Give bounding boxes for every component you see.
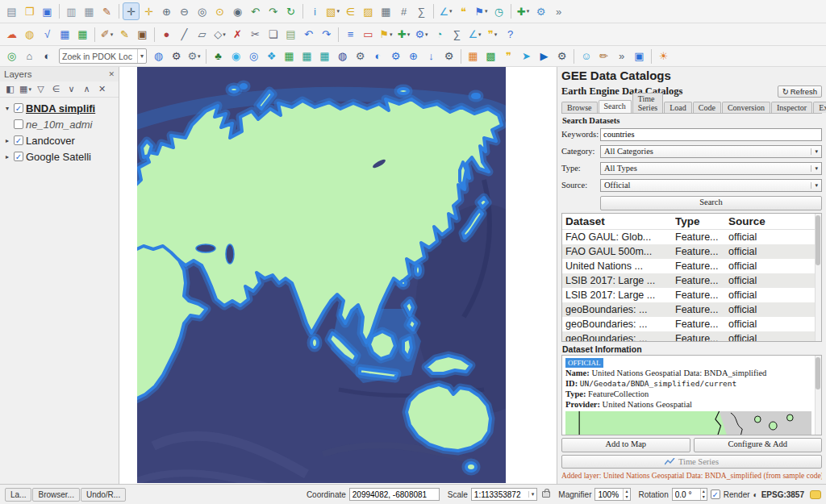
filter-expression-icon[interactable]: ∈ — [49, 82, 63, 96]
gear-steel-icon[interactable]: ⚙ — [553, 48, 570, 65]
world-map[interactable] — [137, 67, 506, 483]
chevron-down-icon[interactable]: ▾ — [137, 49, 146, 63]
tab-code[interactable]: Code — [693, 102, 721, 113]
calendar-icon[interactable]: ▦ — [316, 48, 333, 65]
tab-time-series[interactable]: Time Series — [632, 93, 663, 113]
add-polygon-icon[interactable]: ▱ — [194, 26, 211, 44]
column-header-dataset[interactable]: Dataset — [562, 215, 675, 227]
table-row[interactable]: geoBoundaries: ...Feature...official — [562, 302, 821, 317]
spinner-arrows-icon[interactable]: ▴▾ — [700, 489, 707, 500]
category-select[interactable]: All Categories ▾ — [600, 145, 822, 158]
open-project-icon[interactable]: ❐ — [21, 2, 38, 20]
messages-icon[interactable] — [810, 490, 821, 499]
current-edits-icon[interactable]: ✐▾ — [98, 26, 115, 44]
measure-icon[interactable]: ∠▾ — [437, 2, 454, 20]
keywords-input[interactable] — [600, 128, 822, 141]
magnifier-input[interactable] — [595, 490, 623, 499]
teal-grid-icon[interactable]: ▦ — [298, 48, 315, 65]
refresh-button[interactable]: ↻ Refresh — [778, 85, 822, 98]
scale-lock-icon[interactable] — [542, 491, 550, 498]
rotation-spinner[interactable]: ▴▾ — [672, 488, 707, 501]
zoom-to-layer-icon[interactable]: ◉ — [229, 2, 246, 20]
style-manager-icon[interactable]: ✎ — [98, 2, 115, 20]
zoom-last-icon[interactable]: ↶ — [247, 2, 264, 20]
pan-map-icon[interactable]: ✛ — [123, 2, 140, 20]
map-tips-icon[interactable]: ❝ — [455, 2, 472, 20]
new-print-layout-icon[interactable]: ▥ — [63, 2, 80, 20]
gee-datasets-icon[interactable]: ☁ — [3, 26, 20, 44]
type-select[interactable]: All Types ▾ — [600, 162, 822, 175]
processing-toolbox-icon[interactable]: ⚙ — [532, 2, 549, 20]
plugin-red-icon[interactable]: ▭ — [360, 26, 377, 44]
annotation-icon[interactable]: ❞▾ — [484, 26, 501, 44]
smile-icon[interactable]: ☺ — [578, 48, 594, 65]
expand-arrow-icon[interactable]: ▸ — [3, 153, 11, 160]
add-to-map-button[interactable]: Add to Map — [561, 438, 690, 452]
save-edits-icon[interactable]: ▣ — [134, 26, 151, 44]
sum-icon[interactable]: ∑ — [448, 26, 465, 44]
chat-icon[interactable]: ❞ — [500, 48, 517, 65]
gear-gray-icon[interactable]: ⚙ — [352, 48, 369, 65]
paste-features-icon[interactable]: ▤ — [282, 26, 299, 44]
tab-inspector[interactable]: Inspector — [771, 102, 812, 113]
temporal-controller-icon[interactable]: ◷ — [490, 2, 507, 20]
layer-visibility-checkbox[interactable]: ✓ — [14, 103, 23, 113]
globe-dark-icon[interactable]: ◐ — [39, 48, 56, 65]
scrollbar-thumb[interactable] — [816, 215, 820, 265]
compass-icon[interactable]: ❖ — [263, 48, 280, 65]
undo-icon[interactable]: ↶ — [300, 26, 317, 44]
ruler-icon[interactable]: ∠▾ — [466, 26, 483, 44]
save-project-icon[interactable]: ▣ — [39, 2, 56, 20]
expand-arrow-icon[interactable]: ▸ — [3, 137, 11, 144]
scale-combo[interactable]: ▾ — [471, 488, 538, 501]
delete-selected-icon[interactable]: ✗ — [229, 26, 246, 44]
layer-label[interactable]: ne_10m_admi — [26, 119, 92, 131]
zoom-next-icon[interactable]: ↷ — [265, 2, 282, 20]
time-series-button[interactable]: Time Series — [561, 455, 822, 469]
orange-grid-icon[interactable]: ▦ — [465, 48, 482, 65]
open-layer-styling-icon[interactable]: ◧ — [3, 82, 17, 96]
table-row[interactable]: LSIB 2017: Large ...Feature...official — [562, 273, 821, 288]
layer-item[interactable]: ne_10m_admi — [2, 116, 117, 132]
layer-item[interactable]: ▸✓Landcover — [2, 132, 117, 148]
copy-features-icon[interactable]: ❏ — [265, 26, 282, 44]
expand-all-icon[interactable]: ∨ — [65, 82, 78, 96]
settings-gear-icon[interactable]: ⚙▾ — [186, 48, 202, 65]
water-drop-icon[interactable]: ◉ — [227, 48, 244, 65]
add-line-icon[interactable]: ╱ — [176, 26, 193, 44]
table-row[interactable]: geoBoundaries: ...Feature...official — [562, 331, 821, 342]
layer-label[interactable]: Landcover — [26, 135, 75, 147]
close-icon[interactable]: ✕ — [108, 70, 115, 78]
select-by-expression-icon[interactable]: ∈ — [342, 2, 359, 20]
gear-blue-icon[interactable]: ⚙ — [387, 48, 404, 65]
layer-label[interactable]: BNDA simplifi — [26, 102, 95, 115]
zoom-full-icon[interactable]: ◎ — [194, 2, 211, 20]
green-grid-icon[interactable]: ▦ — [281, 48, 298, 65]
tree-icon[interactable]: ♣ — [210, 48, 227, 65]
layer-item[interactable]: ▾✓BNDA simplifi — [2, 100, 117, 116]
download-icon[interactable]: ↓ — [423, 48, 440, 65]
dock-tab-la[interactable]: La... — [5, 488, 31, 502]
column-header-source[interactable]: Source — [728, 215, 821, 227]
table-row[interactable]: FAO GAUL 500m...Feature...official — [562, 244, 821, 259]
new-layer-icon[interactable]: ✚▾ — [515, 2, 532, 20]
tab-load[interactable]: Load — [664, 102, 692, 113]
overflow-icon[interactable]: » — [613, 48, 630, 65]
toggle-editing-icon[interactable]: ✎ — [116, 26, 133, 44]
manage-map-themes-icon[interactable]: ▦▾ — [19, 82, 32, 96]
layer-visibility-checkbox[interactable]: ✓ — [14, 152, 23, 161]
zoom-blue-icon[interactable]: ⊕ — [405, 48, 422, 65]
qgis-plugin-icon[interactable]: ◎ — [3, 48, 20, 65]
pan-to-selection-icon[interactable]: ✛ — [140, 2, 157, 20]
gee-globe-icon[interactable]: ◍ — [150, 48, 167, 65]
remove-layer-icon[interactable]: ✕ — [95, 82, 109, 96]
table-row[interactable]: United Nations ...Feature...official — [562, 259, 821, 273]
scale-input[interactable] — [472, 490, 528, 499]
globe-indigo-icon[interactable]: ◍ — [334, 48, 351, 65]
cut-features-icon[interactable]: ✂ — [247, 26, 264, 44]
pdok-search-box[interactable]: ▾ — [59, 48, 147, 64]
zoom-to-selection-icon[interactable]: ⊙ — [211, 2, 228, 20]
field-calculator-icon[interactable]: # — [395, 2, 412, 20]
identify-features-icon[interactable]: i — [307, 2, 323, 20]
tab-export[interactable]: Export — [813, 102, 826, 113]
